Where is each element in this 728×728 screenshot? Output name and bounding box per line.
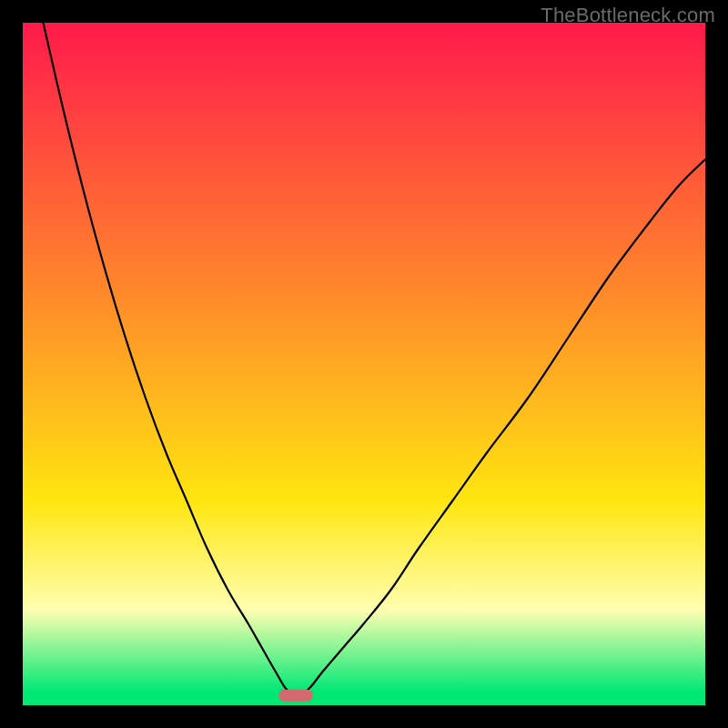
gradient-background bbox=[23, 23, 705, 705]
chart-frame: TheBottleneck.com bbox=[0, 0, 728, 728]
plot-area bbox=[23, 23, 705, 705]
watermark-text: TheBottleneck.com bbox=[541, 4, 715, 27]
optimum-marker bbox=[278, 690, 313, 702]
bottleneck-curve-chart bbox=[23, 23, 705, 705]
